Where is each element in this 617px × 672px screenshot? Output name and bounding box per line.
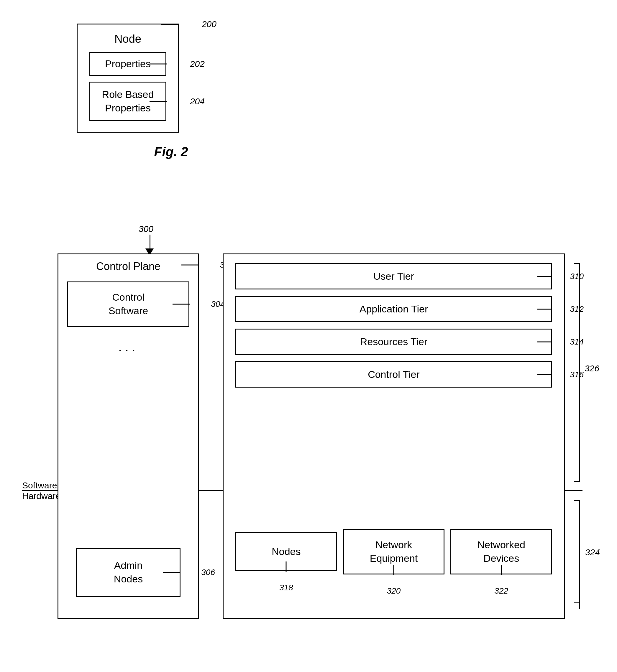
control-plane-dots: ... (58, 339, 198, 355)
bracket-326-bot (574, 481, 580, 482)
label-318: 318 (279, 583, 293, 593)
hw-devices-wrapper: NetworkedDevices 322 (450, 529, 552, 575)
bracket-326-top (574, 263, 580, 264)
connector-202 (150, 63, 167, 64)
bracket-324-vline (579, 500, 580, 609)
fig2-wrapper: Node Properties 202 Role BasedProperties… (77, 24, 179, 133)
tier-control: Control Tier 316 (235, 361, 552, 388)
control-plane-title: Control Plane 302 (58, 254, 198, 276)
sw-label: Software (22, 480, 57, 490)
fig2-caption: Fig. 2 (77, 144, 265, 159)
fig2-area: Node Properties 202 Role BasedProperties… (59, 15, 265, 159)
node-outer-box: Node Properties 202 Role BasedProperties… (77, 24, 179, 133)
label-306: 306 (201, 567, 215, 578)
bracket-324-bot (574, 603, 580, 603)
label-324: 324 (585, 547, 600, 557)
label-312: 312 (570, 304, 584, 314)
control-software-wrapper: ControlSoftware 304 (67, 282, 189, 327)
label-326: 326 (585, 363, 599, 373)
label-202: 202 (190, 59, 205, 69)
tier-user: User Tier 310 (235, 263, 552, 289)
right-outer-box: User Tier 310 Application Tier 312 Resou… (223, 254, 565, 619)
tiers-area: User Tier 310 Application Tier 312 Resou… (224, 254, 564, 490)
label-310: 310 (570, 272, 584, 281)
label-314: 314 (570, 337, 584, 347)
properties-box-wrapper: Properties 202 (89, 52, 166, 76)
tier-resources: Resources Tier 314 (235, 329, 552, 355)
label-320: 320 (387, 586, 401, 596)
connector-200-h (161, 24, 179, 25)
arrow-300-line (150, 235, 151, 249)
tier-application: Application Tier 312 (235, 296, 552, 322)
control-plane-box: Control Plane 302 ControlSoftware 304 ..… (57, 254, 199, 619)
control-software-box: ControlSoftware (67, 282, 189, 327)
fig3-area: 300 Software Hardware Control Plane 302 … (12, 206, 616, 672)
hw-label: Hardware (22, 491, 60, 501)
label-316: 316 (570, 370, 584, 379)
admin-nodes-box: AdminNodes 306 (76, 548, 181, 597)
label-204: 204 (190, 96, 205, 106)
hw-section: Nodes 318 NetworkEquipment 320 (224, 491, 564, 618)
hw-network-wrapper: NetworkEquipment 320 (343, 529, 445, 575)
label-322: 322 (494, 586, 508, 596)
connector-204 (150, 101, 167, 102)
diagram: 300 Software Hardware Control Plane 302 … (22, 221, 606, 643)
bracket-324-top (574, 500, 580, 501)
label-200: 200 (202, 19, 216, 29)
bracket-326-vline (579, 263, 580, 481)
hw-nodes-wrapper: Nodes 318 (235, 532, 337, 571)
role-based-box-wrapper: Role BasedProperties 204 (89, 82, 166, 121)
arrow-300-label: 300 (139, 224, 153, 234)
node-title: Node (89, 33, 166, 45)
